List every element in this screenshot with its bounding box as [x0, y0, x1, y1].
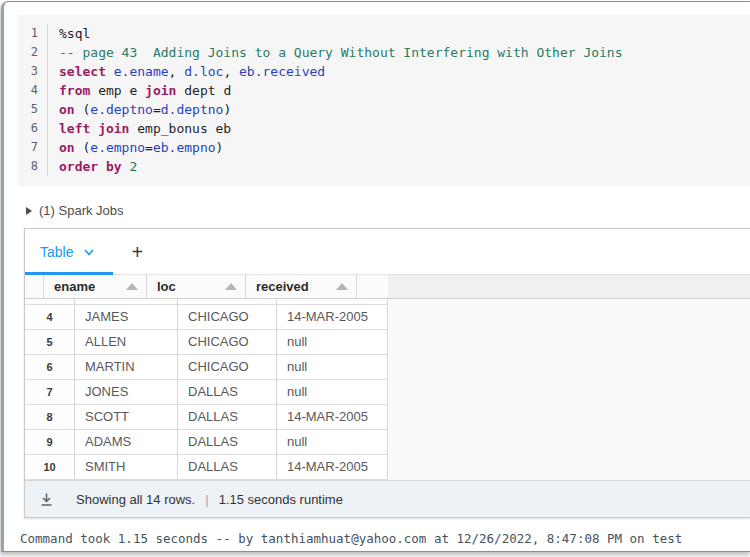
code-line[interactable]: 4from emp e join dept d: [18, 81, 750, 100]
line-number: 5: [18, 100, 48, 119]
table-cell: null: [277, 430, 388, 454]
line-number: 7: [18, 138, 48, 157]
row-index-header: [25, 275, 44, 298]
table-right-filler: [388, 275, 750, 480]
table-cell: CHICAGO: [178, 355, 277, 379]
table-row: 4JAMESCHICAGO14-MAR-2005: [25, 305, 388, 330]
table-cell: DALLAS: [178, 430, 277, 454]
notebook-cell: 1%sql2-- page 43 Adding Joins to a Query…: [1, 1, 750, 552]
download-icon: [39, 492, 54, 507]
sort-arrow-icon: [126, 283, 138, 290]
code-text: on (e.deptno=d.deptno): [48, 100, 231, 119]
row-index: 4: [25, 305, 75, 329]
table-cell: ALLEN: [75, 330, 178, 354]
code-text: from emp e join dept d: [48, 81, 231, 100]
table-cell: 14-MAR-2005: [277, 305, 388, 329]
code-text: -- page 43 Adding Joins to a Query Witho…: [48, 43, 623, 62]
code-line[interactable]: 3select e.ename, d.loc, eb.received: [18, 62, 750, 81]
table-cell: DALLAS: [178, 455, 277, 479]
runtime-text: 1.15 seconds runtime: [219, 492, 343, 507]
table-row: 6MARTINCHICAGOnull: [25, 355, 388, 380]
table-cell: DALLAS: [178, 405, 277, 429]
code-text: order by 2: [48, 157, 137, 176]
table-cell: SMITH: [75, 455, 178, 479]
row-index: 9: [25, 430, 75, 454]
table-row: 7JONESDALLASnull: [25, 380, 388, 405]
table-cell: CHICAGO: [178, 305, 277, 329]
code-text: on (e.empno=eb.empno): [48, 138, 223, 157]
command-status-line: Command took 1.15 seconds -- by tanthiam…: [20, 531, 750, 546]
code-line[interactable]: 5on (e.deptno=d.deptno): [18, 100, 750, 119]
sql-code-editor[interactable]: 1%sql2-- page 43 Adding Joins to a Query…: [18, 15, 750, 186]
active-tab-underline: [25, 272, 113, 275]
spark-jobs-toggle[interactable]: (1) Spark Jobs: [26, 203, 750, 218]
line-number: 1: [18, 24, 48, 43]
line-number: 4: [18, 81, 48, 100]
code-line[interactable]: 8order by 2: [18, 157, 750, 176]
code-line[interactable]: 2-- page 43 Adding Joins to a Query With…: [18, 43, 750, 62]
expand-arrow-icon: [26, 207, 32, 215]
table-cell: ADAMS: [75, 430, 178, 454]
footer-separator: |: [205, 492, 208, 507]
table-cell: SCOTT: [75, 405, 178, 429]
row-index: 7: [25, 380, 75, 404]
row-index: 6: [25, 355, 75, 379]
add-visualization-button[interactable]: +: [131, 242, 143, 262]
table-cell: DALLAS: [178, 380, 277, 404]
column-header-loc[interactable]: loc: [147, 275, 246, 298]
row-index: 10: [25, 455, 75, 479]
table-cell: null: [277, 380, 388, 404]
table-row: 5ALLENCHICAGOnull: [25, 330, 388, 355]
row-index: 8: [25, 405, 75, 429]
line-number: 8: [18, 157, 48, 176]
row-index: 5: [25, 330, 75, 354]
row-count-text: Showing all 14 rows.: [76, 492, 195, 507]
column-label: received: [256, 279, 309, 294]
line-number: 2: [18, 43, 48, 62]
table-cell: null: [277, 355, 388, 379]
table-cell: CHICAGO: [178, 330, 277, 354]
download-button[interactable]: [39, 492, 54, 507]
code-text: left join emp_bonus eb: [48, 119, 231, 138]
table-row: 8SCOTTDALLAS14-MAR-2005: [25, 405, 388, 430]
table-cell: MARTIN: [75, 355, 178, 379]
table-header-row: enamelocreceived: [25, 275, 388, 299]
line-number: 3: [18, 62, 48, 81]
table-body: 4JAMESCHICAGO14-MAR-20055ALLENCHICAGOnul…: [25, 299, 388, 480]
table-cell: 14-MAR-2005: [277, 455, 388, 479]
results-footer: Showing all 14 rows. | 1.15 seconds runt…: [25, 480, 750, 517]
sort-arrow-icon: [225, 283, 237, 290]
code-line[interactable]: 7on (e.empno=eb.empno): [18, 138, 750, 157]
results-tabbar: Table +: [25, 229, 750, 275]
table-row: 10SMITHDALLAS14-MAR-2005: [25, 455, 388, 480]
table-cell: JONES: [75, 380, 178, 404]
column-label: loc: [157, 279, 176, 294]
line-number: 6: [18, 119, 48, 138]
results-panel: Table + enamelocreceived 4JAMESCHICAGO14…: [24, 228, 750, 518]
table-row: 9ADAMSDALLASnull: [25, 430, 388, 455]
column-header-ename[interactable]: ename: [44, 275, 147, 298]
code-text: select e.ename, d.loc, eb.received: [48, 62, 325, 81]
tab-table-label: Table: [40, 244, 73, 260]
column-label: ename: [54, 279, 95, 294]
chevron-down-icon[interactable]: [83, 246, 95, 258]
results-table: enamelocreceived 4JAMESCHICAGO14-MAR-200…: [25, 275, 388, 480]
code-line[interactable]: 6left join emp_bonus eb: [18, 119, 750, 138]
table-cell: null: [277, 330, 388, 354]
sort-arrow-icon: [336, 283, 348, 290]
tab-table[interactable]: Table: [25, 244, 109, 260]
results-table-zone: enamelocreceived 4JAMESCHICAGO14-MAR-200…: [25, 275, 750, 480]
spark-jobs-label: (1) Spark Jobs: [39, 203, 124, 218]
table-cell: JAMES: [75, 305, 178, 329]
table-cell: 14-MAR-2005: [277, 405, 388, 429]
code-line[interactable]: 1%sql: [18, 24, 750, 43]
column-header-received[interactable]: received: [246, 275, 357, 298]
code-text: %sql: [48, 24, 90, 43]
